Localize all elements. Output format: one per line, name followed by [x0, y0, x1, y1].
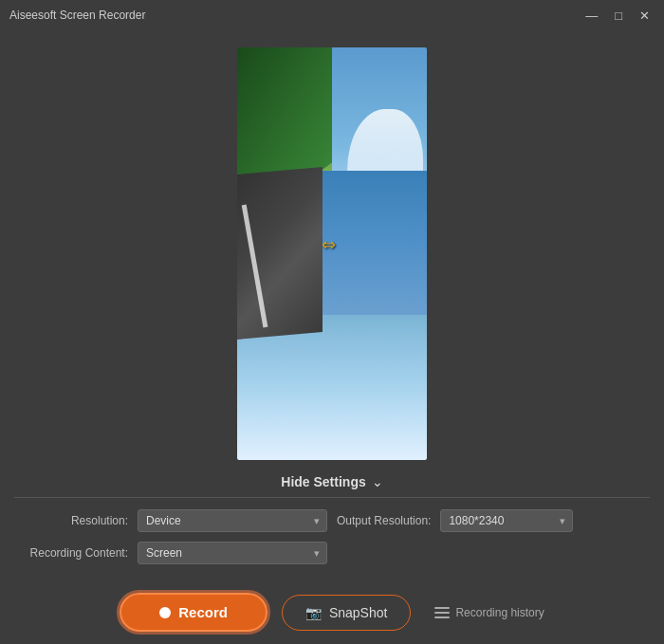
record-dot-icon: [159, 607, 171, 618]
window-controls: — □ ✕: [581, 8, 655, 24]
recording-content-select-wrapper[interactable]: Screen Window Region: [138, 542, 327, 564]
title-bar: Aiseesoft Screen Recorder — □ ✕: [0, 0, 664, 30]
recording-content-row: Recording Content: Screen Window Region: [19, 542, 645, 564]
menu-lines-icon: [434, 607, 450, 618]
minimize-button[interactable]: —: [581, 8, 602, 24]
close-button[interactable]: ✕: [635, 8, 655, 24]
preview-image: ⇔: [237, 47, 427, 460]
camera-icon: 📷: [305, 605, 322, 620]
hide-settings-bar[interactable]: Hide Settings ⌄: [0, 467, 664, 497]
preview-area: ⇔: [0, 30, 664, 467]
snapshot-button[interactable]: 📷 SnapShot: [282, 595, 412, 631]
chevron-down-icon: ⌄: [372, 474, 383, 489]
recording-history-label: Recording history: [455, 606, 544, 619]
record-button[interactable]: Record: [120, 593, 267, 632]
resolution-row: Resolution: Device Custom Full Screen Ou…: [19, 509, 645, 532]
water-layer: [323, 171, 427, 315]
recording-content-label: Recording Content:: [19, 546, 128, 560]
output-resolution-select[interactable]: 1080*2340 720*1560 1080*1920: [440, 509, 573, 532]
resize-arrow-icon: ⇔: [322, 234, 336, 255]
recording-history-button[interactable]: Recording history: [434, 606, 544, 619]
settings-panel: Resolution: Device Custom Full Screen Ou…: [0, 498, 664, 583]
output-resolution-label: Output Resolution:: [337, 514, 431, 527]
resolution-label: Resolution:: [19, 514, 128, 527]
output-resolution-select-wrapper[interactable]: 1080*2340 720*1560 1080*1920: [440, 509, 573, 532]
recording-content-select[interactable]: Screen Window Region: [138, 542, 327, 564]
app-title: Aiseesoft Screen Recorder: [9, 9, 145, 22]
resolution-select-wrapper[interactable]: Device Custom Full Screen: [138, 509, 327, 532]
snapshot-label: SnapShot: [329, 605, 388, 620]
hide-settings-label: Hide Settings: [281, 474, 365, 489]
bottom-controls: Record 📷 SnapShot Recording history: [0, 583, 664, 641]
record-label: Record: [178, 604, 228, 620]
maximize-button[interactable]: □: [610, 8, 627, 24]
resolution-select[interactable]: Device Custom Full Screen: [138, 509, 327, 532]
